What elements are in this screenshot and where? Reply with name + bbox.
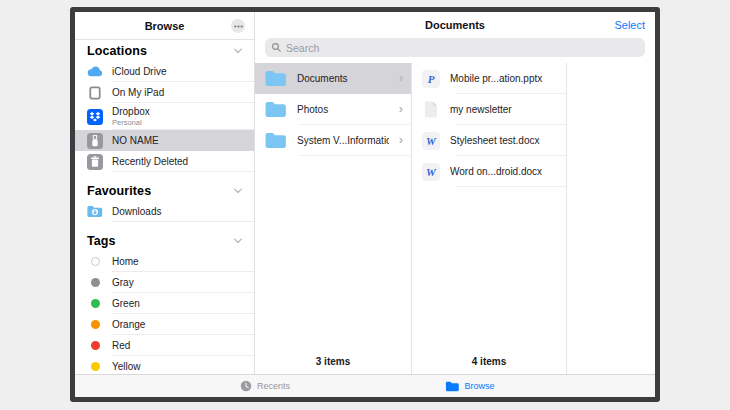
powerpoint-file-icon: P	[422, 70, 440, 88]
file-row-mobile-presentation[interactable]: P Mobile pr...ation.pptx	[412, 63, 566, 94]
bottom-tab-bar: Recents Browse	[75, 374, 655, 397]
sidebar-list: Locations iCloud Drive On My iPad	[75, 40, 254, 374]
sidebar-title: Browse	[145, 20, 185, 32]
folders-column: Documents › Photos › System V...Informat…	[255, 63, 412, 374]
file-row-my-newsletter[interactable]: my newsletter	[412, 94, 566, 125]
main-area: Browse Locations iCloud Drive	[75, 12, 655, 374]
sidebar-tag-orange[interactable]: Orange	[75, 314, 254, 335]
files-column: P Mobile pr...ation.pptx my newsletter W…	[412, 63, 567, 374]
tag-dot-orange	[91, 320, 100, 329]
ellipsis-icon	[234, 25, 243, 28]
sidebar-tag-gray[interactable]: Gray	[75, 272, 254, 293]
search-bar[interactable]	[265, 38, 645, 57]
section-tags[interactable]: Tags	[75, 230, 254, 251]
downloads-folder-icon	[87, 204, 103, 220]
page-title: Documents	[425, 19, 485, 31]
sidebar-item-downloads[interactable]: Downloads	[75, 201, 254, 222]
sidebar-tag-yellow[interactable]: Yellow	[75, 356, 254, 374]
icloud-icon	[87, 64, 103, 80]
tag-dot-home	[91, 257, 100, 266]
sidebar-tag-home[interactable]: Home	[75, 251, 254, 272]
files-app-window: Browse Locations iCloud Drive	[70, 7, 660, 402]
tag-dot-red	[91, 341, 100, 350]
sidebar-item-icloud-drive[interactable]: iCloud Drive	[75, 61, 254, 82]
content-area: Documents Select Documents	[255, 12, 655, 374]
section-locations[interactable]: Locations	[75, 40, 254, 61]
folder-icon	[265, 70, 287, 87]
document-file-icon	[422, 101, 440, 119]
sidebar: Browse Locations iCloud Drive	[75, 12, 255, 374]
dropbox-account-label: Personal	[112, 118, 150, 127]
sidebar-tag-red[interactable]: Red	[75, 335, 254, 356]
sidebar-item-on-my-ipad[interactable]: On My iPad	[75, 82, 254, 103]
sidebar-item-recently-deleted[interactable]: Recently Deleted	[75, 151, 254, 172]
ipad-icon	[87, 85, 103, 101]
content-navbar: Documents Select	[255, 12, 655, 38]
sidebar-item-no-name[interactable]: NO NAME	[75, 130, 254, 151]
empty-column	[567, 63, 655, 374]
chevron-right-icon: ›	[399, 133, 403, 146]
folder-icon	[265, 101, 287, 118]
chevron-down-icon	[233, 188, 243, 194]
sidebar-tag-green[interactable]: Green	[75, 293, 254, 314]
tab-browse[interactable]: Browse	[445, 375, 494, 397]
folder-row-documents[interactable]: Documents ›	[255, 63, 411, 94]
dropbox-icon	[87, 109, 103, 125]
chevron-down-icon	[233, 48, 243, 54]
search-input[interactable]	[286, 42, 639, 54]
chevron-right-icon: ›	[399, 71, 403, 84]
trash-icon	[87, 154, 103, 170]
file-row-word-on-android[interactable]: W Word on...droid.docx	[412, 156, 566, 187]
more-button[interactable]	[231, 19, 245, 33]
tab-recents[interactable]: Recents	[240, 375, 290, 397]
word-file-icon: W	[422, 163, 440, 181]
folders-count-label: 3 items	[255, 356, 411, 367]
usb-drive-icon	[87, 133, 103, 149]
chevron-down-icon	[233, 238, 243, 244]
search-container	[255, 38, 655, 63]
chevron-right-icon: ›	[399, 102, 403, 115]
clock-icon	[240, 380, 252, 392]
files-count-label: 4 items	[412, 356, 566, 367]
select-button[interactable]: Select	[614, 19, 645, 31]
tag-dot-yellow	[91, 362, 100, 371]
folder-row-photos[interactable]: Photos ›	[255, 94, 411, 125]
browser-columns: Documents › Photos › System V...Informat…	[255, 63, 655, 374]
section-favourites[interactable]: Favourites	[75, 180, 254, 201]
folder-icon	[445, 381, 459, 392]
sidebar-header: Browse	[75, 12, 254, 40]
folder-row-system-information[interactable]: System V...Information ›	[255, 125, 411, 156]
tag-dot-gray	[91, 278, 100, 287]
files-app: Browse Locations iCloud Drive	[75, 12, 655, 397]
sidebar-item-dropbox[interactable]: Dropbox Personal	[75, 103, 254, 130]
tag-dot-green	[91, 299, 100, 308]
search-icon	[271, 42, 282, 53]
file-row-stylesheet-test[interactable]: W Stylesheet test.docx	[412, 125, 566, 156]
folder-icon	[265, 132, 287, 149]
word-file-icon: W	[422, 132, 440, 150]
